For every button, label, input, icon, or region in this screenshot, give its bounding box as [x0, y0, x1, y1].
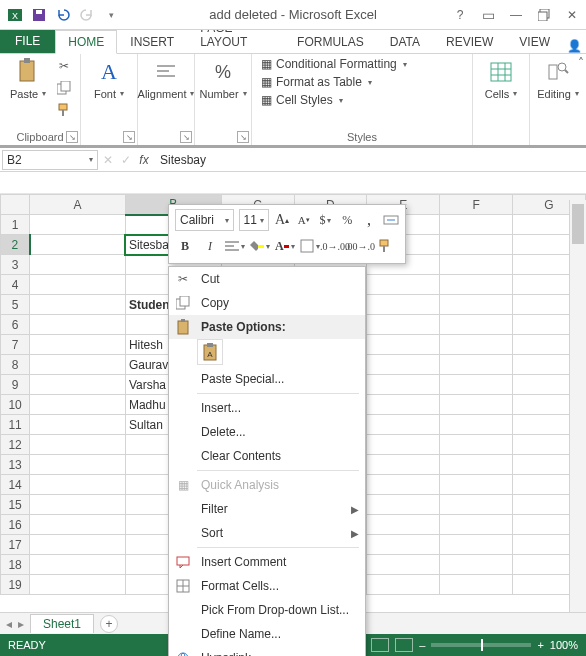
cell-E8[interactable] [367, 355, 440, 375]
cm-insert[interactable]: Insert... [169, 396, 365, 420]
cell-E5[interactable] [367, 295, 440, 315]
formula-bar[interactable]: Sitesbay [154, 153, 584, 167]
mini-font-select[interactable]: Calibri▾ [175, 209, 234, 231]
cell-F18[interactable] [440, 555, 513, 575]
page-break-view-icon[interactable] [395, 638, 413, 652]
signin-icon[interactable]: 👤 [567, 39, 582, 53]
row-header-17[interactable]: 17 [1, 535, 30, 555]
row-header-14[interactable]: 14 [1, 475, 30, 495]
cell-F4[interactable] [440, 275, 513, 295]
cell-A7[interactable] [30, 335, 126, 355]
number-button[interactable]: % Number▾ [201, 56, 245, 122]
align-left-icon[interactable]: ▾ [225, 235, 245, 257]
paste-option-default[interactable]: A [197, 339, 223, 365]
tab-formulas[interactable]: FORMULAS [284, 30, 377, 53]
save-icon[interactable] [28, 4, 50, 26]
increase-font-icon[interactable]: A▴ [274, 209, 291, 231]
tab-data[interactable]: DATA [377, 30, 433, 53]
row-header-15[interactable]: 15 [1, 495, 30, 515]
italic-icon[interactable]: I [200, 235, 220, 257]
cell-F16[interactable] [440, 515, 513, 535]
name-box[interactable]: B2▾ [2, 150, 98, 170]
font-color-icon[interactable]: A▾ [275, 235, 295, 257]
format-painter-mini-icon[interactable] [375, 235, 395, 257]
cell-F9[interactable] [440, 375, 513, 395]
row-header-2[interactable]: 2 [1, 235, 30, 255]
cell-A15[interactable] [30, 495, 126, 515]
cm-hyperlink[interactable]: Hyperlink... [169, 646, 365, 656]
cm-define-name[interactable]: Define Name... [169, 622, 365, 646]
close-button[interactable]: ✕ [558, 1, 586, 29]
row-header-9[interactable]: 9 [1, 375, 30, 395]
cell-F14[interactable] [440, 475, 513, 495]
cm-insert-comment[interactable]: Insert Comment [169, 550, 365, 574]
format-painter-icon[interactable] [54, 100, 74, 120]
row-header-3[interactable]: 3 [1, 255, 30, 275]
increase-decimal-icon[interactable]: .0→.00 [325, 235, 345, 257]
percent-icon[interactable]: % [339, 209, 356, 231]
cell-E19[interactable] [367, 575, 440, 595]
cell-E13[interactable] [367, 455, 440, 475]
mini-size-select[interactable]: 11▾ [239, 209, 269, 231]
sheet-nav-next[interactable]: ▸ [18, 617, 24, 631]
cell-F12[interactable] [440, 435, 513, 455]
cell-A10[interactable] [30, 395, 126, 415]
excel-icon[interactable]: X [4, 4, 26, 26]
zoom-out-button[interactable]: – [419, 639, 425, 651]
tab-insert[interactable]: INSERT [117, 30, 187, 53]
cm-paste-special[interactable]: Paste Special... [169, 367, 365, 391]
bold-icon[interactable]: B [175, 235, 195, 257]
cell-A8[interactable] [30, 355, 126, 375]
cm-filter[interactable]: Filter▶ [169, 497, 365, 521]
cell-F3[interactable] [440, 255, 513, 275]
qat-dropdown-icon[interactable]: ▾ [100, 4, 122, 26]
accept-formula-icon[interactable]: ✓ [118, 153, 134, 167]
row-header-16[interactable]: 16 [1, 515, 30, 535]
row-header-4[interactable]: 4 [1, 275, 30, 295]
cm-clear-contents[interactable]: Clear Contents [169, 444, 365, 468]
cell-F19[interactable] [440, 575, 513, 595]
cm-pick-list[interactable]: Pick From Drop-down List... [169, 598, 365, 622]
cell-F13[interactable] [440, 455, 513, 475]
row-header-5[interactable]: 5 [1, 295, 30, 315]
cell-A11[interactable] [30, 415, 126, 435]
zoom-slider[interactable] [431, 643, 531, 647]
cancel-formula-icon[interactable]: ✕ [100, 153, 116, 167]
font-dialog-launcher[interactable]: ↘ [123, 131, 135, 143]
decrease-decimal-icon[interactable]: .00→.0 [350, 235, 370, 257]
paste-button[interactable]: Paste▾ [6, 56, 50, 122]
number-dialog-launcher[interactable]: ↘ [237, 131, 249, 143]
cell-F10[interactable] [440, 395, 513, 415]
cell-E18[interactable] [367, 555, 440, 575]
minimize-button[interactable]: — [502, 1, 530, 29]
row-header-18[interactable]: 18 [1, 555, 30, 575]
cell-A13[interactable] [30, 455, 126, 475]
cell-F11[interactable] [440, 415, 513, 435]
row-header-12[interactable]: 12 [1, 435, 30, 455]
cm-format-cells[interactable]: Format Cells... [169, 574, 365, 598]
decrease-font-icon[interactable]: A▾ [295, 209, 312, 231]
cell-E10[interactable] [367, 395, 440, 415]
cell-F1[interactable] [440, 215, 513, 235]
clipboard-dialog-launcher[interactable]: ↘ [66, 131, 78, 143]
cell-A12[interactable] [30, 435, 126, 455]
fx-icon[interactable]: fx [136, 153, 152, 167]
format-as-table-button[interactable]: ▦Format as Table▾ [258, 74, 466, 90]
row-header-6[interactable]: 6 [1, 315, 30, 335]
copy-icon[interactable] [54, 78, 74, 98]
cm-sort[interactable]: Sort▶ [169, 521, 365, 545]
row-header-11[interactable]: 11 [1, 415, 30, 435]
cell-E9[interactable] [367, 375, 440, 395]
cell-F7[interactable] [440, 335, 513, 355]
cut-icon[interactable]: ✂ [54, 56, 74, 76]
tab-review[interactable]: REVIEW [433, 30, 506, 53]
tab-view[interactable]: VIEW [506, 30, 563, 53]
cell-A18[interactable] [30, 555, 126, 575]
cell-E11[interactable] [367, 415, 440, 435]
cell-F15[interactable] [440, 495, 513, 515]
cell-F2[interactable] [440, 235, 513, 255]
column-header-F[interactable]: F [440, 195, 513, 215]
zoom-in-button[interactable]: + [537, 639, 543, 651]
cell-E4[interactable] [367, 275, 440, 295]
font-button[interactable]: A Font▾ [87, 56, 131, 122]
